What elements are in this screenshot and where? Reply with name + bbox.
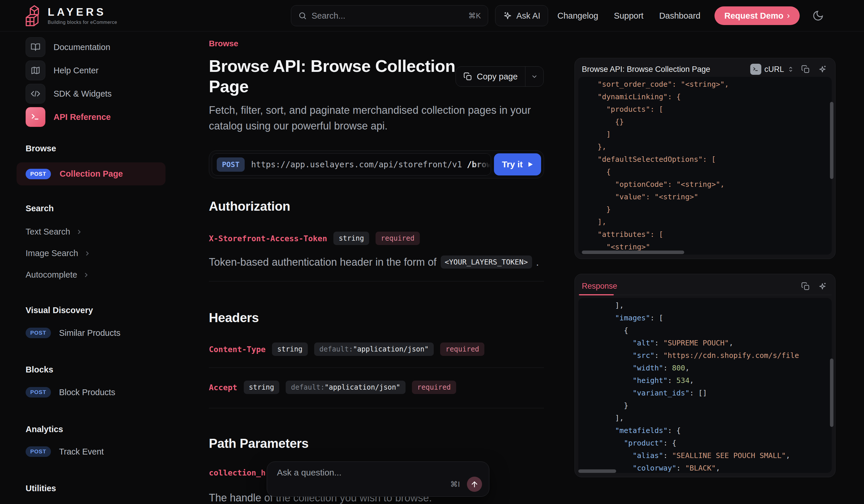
ai-explain-button[interactable] bbox=[817, 280, 828, 292]
sparkles-icon bbox=[818, 282, 827, 291]
response-code-block[interactable]: ], "images": [ { "alt": "SUPREME POUCH",… bbox=[578, 298, 832, 473]
code-icon bbox=[26, 84, 45, 104]
try-it-button[interactable]: Try it bbox=[494, 153, 541, 176]
copy-page-dropdown[interactable] bbox=[525, 67, 543, 86]
copy-page-label: Copy page bbox=[477, 72, 517, 82]
dark-mode-toggle[interactable] bbox=[812, 10, 824, 22]
sidebar-section-browse: Browse bbox=[26, 144, 56, 153]
divider bbox=[209, 368, 544, 368]
sidebar-label: SDK & Widgets bbox=[53, 89, 112, 99]
section-heading-headers: Headers bbox=[209, 311, 259, 325]
divider bbox=[209, 281, 544, 281]
copy-icon bbox=[801, 282, 810, 291]
response-panel-header: Response bbox=[578, 278, 832, 295]
post-method-badge: POST bbox=[26, 328, 51, 338]
terminal-icon bbox=[26, 107, 45, 127]
search-bar[interactable]: ⌘K bbox=[291, 5, 488, 26]
brand-name: LAYERS bbox=[48, 7, 117, 17]
sidebar-item-track-event[interactable]: POST Track Event bbox=[26, 446, 104, 457]
sidebar-label: Block Products bbox=[59, 388, 115, 397]
copy-icon bbox=[801, 65, 810, 74]
moon-icon bbox=[812, 10, 824, 22]
chevron-right-icon: › bbox=[787, 11, 790, 20]
curl-panel-header: Browse API: Browse Collection Page cURL bbox=[578, 62, 832, 77]
copy-page-button[interactable]: Copy page bbox=[456, 67, 544, 87]
layers-logo-icon bbox=[24, 4, 43, 27]
curl-code-panel: Browse API: Browse Collection Page cURL … bbox=[575, 58, 836, 259]
param-description: Token-based authentication header in the… bbox=[209, 255, 539, 268]
request-demo-label: Request Demo bbox=[724, 11, 783, 21]
chevron-right-icon bbox=[84, 250, 91, 257]
nav-link-support[interactable]: Support bbox=[614, 11, 644, 21]
tab-response[interactable]: Response bbox=[582, 282, 794, 291]
sidebar-section-blocks: Blocks bbox=[26, 365, 53, 374]
param-name: Content-Type bbox=[209, 345, 266, 354]
chevron-right-icon bbox=[82, 271, 90, 279]
param-name: collection_h bbox=[209, 468, 266, 477]
book-icon bbox=[26, 37, 45, 57]
sidebar-item-help-center[interactable]: Help Center bbox=[26, 61, 99, 80]
sidebar-item-sdk-widgets[interactable]: SDK & Widgets bbox=[26, 84, 112, 104]
sidebar-item-similar-products[interactable]: POST Similar Products bbox=[26, 328, 120, 338]
post-method-badge: POST bbox=[26, 446, 51, 457]
brand-logo[interactable]: LAYERS Building blocks for eCommerce bbox=[24, 4, 117, 27]
sidebar-label: Text Search bbox=[26, 227, 70, 237]
nav-link-dashboard[interactable]: Dashboard bbox=[659, 11, 700, 21]
param-row-accept: Accept string default:"application/json"… bbox=[209, 381, 456, 394]
ask-question-widget[interactable]: ⌘I bbox=[267, 461, 489, 497]
sidebar-section-utilities: Utilities bbox=[26, 484, 56, 493]
search-input[interactable] bbox=[312, 11, 464, 21]
code-panel-title: Browse API: Browse Collection Page bbox=[582, 65, 745, 74]
endpoint-url-field[interactable]: POST https://app.uselayers.com/api/store… bbox=[212, 153, 491, 176]
page: LAYERS Building blocks for eCommerce ⌘K … bbox=[0, 0, 864, 504]
try-it-label: Try it bbox=[502, 159, 523, 169]
url-fade bbox=[470, 154, 491, 175]
send-question-button[interactable] bbox=[467, 477, 482, 492]
chevrons-up-down-icon bbox=[787, 65, 794, 73]
play-icon bbox=[527, 161, 533, 168]
sidebar-section-visual-discovery: Visual Discovery bbox=[26, 305, 93, 315]
sidebar-label: Help Center bbox=[53, 66, 99, 75]
sidebar-item-image-search[interactable]: Image Search bbox=[26, 249, 91, 258]
language-label: cURL bbox=[764, 65, 784, 74]
section-heading-authorization: Authorization bbox=[209, 199, 290, 214]
post-method-badge: POST bbox=[26, 387, 51, 397]
copy-code-button[interactable] bbox=[800, 63, 811, 75]
brand-text: LAYERS Building blocks for eCommerce bbox=[48, 7, 117, 25]
divider bbox=[209, 408, 544, 408]
sidebar-active-label: Collection Page bbox=[60, 169, 123, 179]
chevron-right-icon bbox=[75, 228, 83, 236]
sidebar-item-api-reference[interactable]: API Reference bbox=[26, 107, 111, 127]
breadcrumb[interactable]: Browse bbox=[209, 39, 238, 48]
ask-question-input[interactable] bbox=[277, 468, 411, 478]
request-demo-button[interactable]: Request Demo › bbox=[715, 7, 800, 25]
vertical-scrollbar[interactable] bbox=[830, 359, 833, 427]
sidebar-item-collection-page[interactable]: POST Collection Page bbox=[16, 163, 166, 185]
ask-ai-button[interactable]: Ask AI bbox=[495, 5, 548, 26]
sidebar-section-search: Search bbox=[26, 204, 54, 213]
language-selector[interactable]: cURL bbox=[750, 64, 794, 75]
chevron-down-icon bbox=[531, 73, 538, 80]
param-name: Accept bbox=[209, 383, 237, 392]
vertical-scrollbar[interactable] bbox=[830, 102, 833, 179]
nav-link-changelog[interactable]: Changelog bbox=[557, 11, 598, 21]
sidebar-label: Autocomplete bbox=[26, 270, 77, 280]
param-row-token: X-Storefront-Access-Token string require… bbox=[209, 232, 420, 245]
ask-ai-label: Ask AI bbox=[516, 11, 540, 21]
sidebar-item-documentation[interactable]: Documentation bbox=[26, 37, 110, 57]
horizontal-scrollbar[interactable] bbox=[582, 251, 684, 254]
sidebar-item-autocomplete[interactable]: Autocomplete bbox=[26, 270, 90, 280]
sidebar-label: Track Event bbox=[59, 447, 104, 457]
terminal-icon bbox=[750, 64, 761, 75]
ai-explain-button[interactable] bbox=[817, 63, 828, 75]
curl-code-block[interactable]: "sort_order_code": "<string>", "dynamicL… bbox=[578, 77, 832, 255]
sidebar-section-analytics: Analytics bbox=[26, 424, 63, 434]
copy-icon bbox=[464, 72, 472, 81]
copy-code-button[interactable] bbox=[800, 280, 811, 292]
sidebar-item-block-products[interactable]: POST Block Products bbox=[26, 387, 115, 397]
horizontal-scrollbar[interactable] bbox=[578, 469, 616, 473]
search-shortcut: ⌘K bbox=[468, 11, 481, 20]
endpoint-url: https://app.uselayers.com/api/storefront… bbox=[251, 160, 491, 169]
sidebar-item-text-search[interactable]: Text Search bbox=[26, 227, 83, 237]
type-badge: string bbox=[244, 381, 279, 394]
